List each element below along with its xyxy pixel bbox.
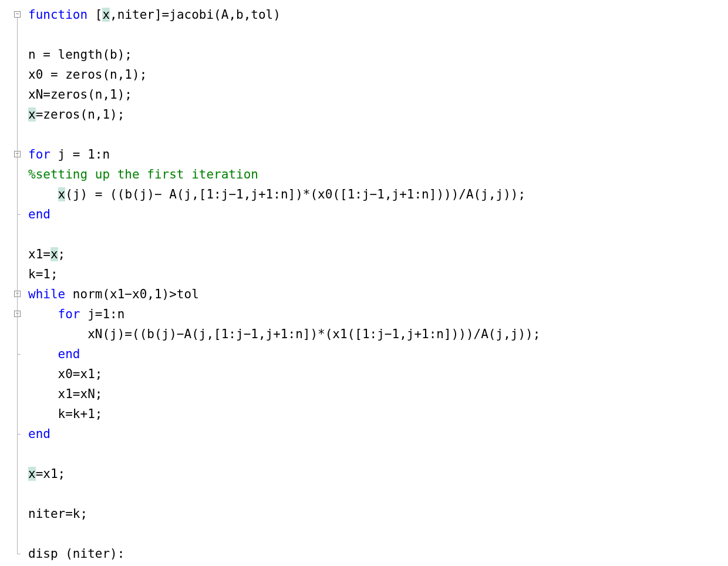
code-token — [28, 307, 58, 321]
code-line[interactable]: function [x,niter]=jacobi(A,b,tol) — [28, 5, 540, 25]
fold-guide-line — [17, 18, 18, 554]
code-line[interactable]: xN=zeros(n,1); — [28, 85, 540, 105]
code-editor[interactable]: function [x,niter]=jacobi(A,b,tol) n = l… — [0, 5, 728, 564]
fold-gutter — [0, 5, 28, 564]
code-line[interactable]: k=k+1; — [28, 404, 540, 424]
code-line[interactable] — [28, 124, 540, 144]
code-token: n = length(b); — [28, 48, 132, 62]
code-token: x0 = zeros(n,1); — [28, 68, 147, 82]
keyword-token: end — [28, 427, 50, 441]
code-line[interactable] — [28, 484, 540, 504]
code-token: k=1; — [28, 267, 58, 281]
fold-guide-line — [17, 317, 18, 354]
code-line[interactable]: %setting up the first iteration — [28, 164, 540, 184]
code-line[interactable]: end — [28, 204, 540, 224]
code-line[interactable]: k=1; — [28, 264, 540, 284]
code-line[interactable]: x0=x1; — [28, 364, 540, 384]
code-line[interactable]: x=x1; — [28, 464, 540, 484]
keyword-token: end — [28, 207, 50, 221]
fold-end-tick — [17, 554, 21, 554]
code-line[interactable] — [28, 25, 540, 45]
highlighted-variable: x — [58, 187, 66, 201]
code-line[interactable]: x1=xN; — [28, 384, 540, 404]
code-line[interactable] — [28, 524, 540, 544]
code-line[interactable]: while norm(x1−x0,1)>tol — [28, 284, 540, 304]
fold-guide-line — [17, 157, 18, 214]
highlighted-variable: x — [102, 8, 110, 22]
code-token: j=1:n — [80, 307, 125, 321]
code-token: x1=xN; — [28, 387, 102, 401]
fold-toggle-icon[interactable] — [14, 11, 21, 18]
code-line[interactable]: disp (niter): — [28, 544, 540, 564]
code-token: x0=x1; — [28, 367, 102, 381]
code-line[interactable]: x(j) = ((b(j)− A(j,[1:j−1,j+1:n])*(x0([1… — [28, 184, 540, 204]
highlighted-variable: x — [50, 247, 58, 261]
code-token: =x1; — [36, 467, 66, 481]
code-line[interactable]: x0 = zeros(n,1); — [28, 65, 540, 85]
highlighted-variable: x — [28, 107, 36, 122]
code-token: (j) = ((b(j)− A(j,[1:j−1,j+1:n])*(x0([1:… — [65, 187, 525, 201]
code-token: ; — [58, 247, 66, 261]
code-line[interactable]: n = length(b); — [28, 45, 540, 65]
code-line[interactable]: end — [28, 344, 540, 364]
code-token: xN=zeros(n,1); — [28, 87, 132, 102]
code-token: niter=k; — [28, 507, 87, 521]
code-token: ,niter]=jacobi(A,b,tol) — [110, 8, 281, 22]
code-line[interactable]: x1=x; — [28, 244, 540, 264]
code-token: k=k+1; — [28, 407, 102, 421]
keyword-token: end — [58, 347, 80, 361]
code-token: =zeros(n,1); — [36, 107, 125, 122]
code-token: disp (niter): — [28, 547, 124, 561]
code-token: [ — [87, 8, 102, 22]
comment-token: %setting up the first iteration — [28, 167, 258, 181]
code-line[interactable]: for j=1:n — [28, 304, 540, 324]
code-line[interactable]: for j = 1:n — [28, 144, 540, 164]
keyword-token: while — [28, 287, 65, 301]
highlighted-variable: x — [28, 467, 36, 481]
keyword-token: for — [28, 147, 50, 161]
code-token — [28, 347, 58, 361]
code-area[interactable]: function [x,niter]=jacobi(A,b,tol) n = l… — [28, 5, 540, 564]
code-line[interactable]: xN(j)=((b(j)−A(j,[1:j−1,j+1:n])*(x1([1:j… — [28, 324, 540, 344]
code-line[interactable]: niter=k; — [28, 504, 540, 524]
code-token: x1= — [28, 247, 50, 261]
code-line[interactable]: x=zeros(n,1); — [28, 105, 540, 124]
code-token — [28, 187, 58, 201]
keyword-token: for — [58, 307, 80, 321]
code-line[interactable] — [28, 224, 540, 244]
keyword-token: function — [28, 8, 87, 22]
code-line[interactable]: end — [28, 424, 540, 444]
code-token: xN(j)=((b(j)−A(j,[1:j−1,j+1:n])*(x1([1:j… — [28, 327, 540, 341]
code-token: j = 1:n — [50, 147, 110, 161]
code-token: norm(x1−x0,1)>tol — [65, 287, 199, 301]
code-line[interactable] — [28, 444, 540, 464]
